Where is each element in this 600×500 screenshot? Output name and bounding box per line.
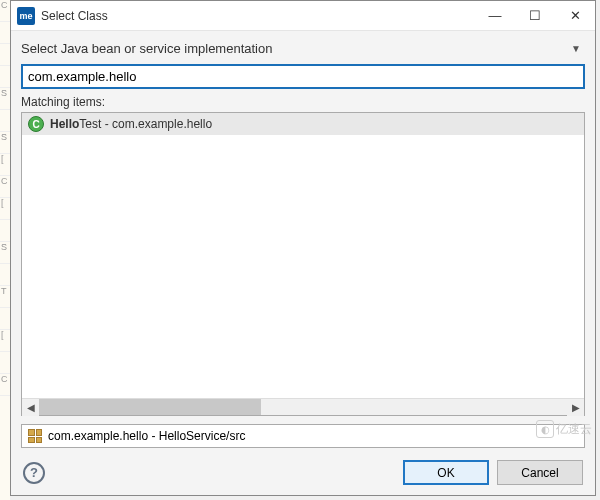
dialog-window: me Select Class — ☐ ✕ Select Java bean o… (10, 0, 596, 496)
options-dropdown-icon[interactable]: ▼ (567, 41, 585, 56)
title-bar[interactable]: me Select Class — ☐ ✕ (11, 1, 595, 31)
close-button[interactable]: ✕ (555, 1, 595, 30)
package-icon (28, 429, 42, 443)
results-list[interactable]: C HelloTest - com.example.hello ◀ ▶ (21, 112, 585, 416)
horizontal-scrollbar[interactable]: ◀ ▶ (22, 398, 584, 415)
matching-items-label: Matching items: (21, 95, 585, 109)
selection-path: com.example.hello - HelloService/src (21, 424, 585, 448)
list-item-label: HelloTest - com.example.hello (50, 117, 212, 131)
scroll-thumb[interactable] (39, 399, 261, 415)
help-button[interactable]: ? (23, 462, 45, 484)
selection-path-text: com.example.hello - HelloService/src (48, 429, 245, 443)
class-icon: C (28, 116, 44, 132)
prompt-label: Select Java bean or service implementati… (21, 41, 567, 56)
dialog-content: Select Java bean or service implementati… (11, 31, 595, 495)
window-title: Select Class (41, 9, 475, 23)
minimize-button[interactable]: — (475, 1, 515, 30)
scroll-track[interactable] (39, 399, 567, 415)
search-input[interactable] (21, 64, 585, 89)
maximize-button[interactable]: ☐ (515, 1, 555, 30)
app-icon: me (17, 7, 35, 25)
cancel-button[interactable]: Cancel (497, 460, 583, 485)
list-item[interactable]: C HelloTest - com.example.hello (22, 113, 584, 135)
ok-button[interactable]: OK (403, 460, 489, 485)
scroll-left-icon[interactable]: ◀ (22, 399, 39, 416)
scroll-right-icon[interactable]: ▶ (567, 399, 584, 416)
